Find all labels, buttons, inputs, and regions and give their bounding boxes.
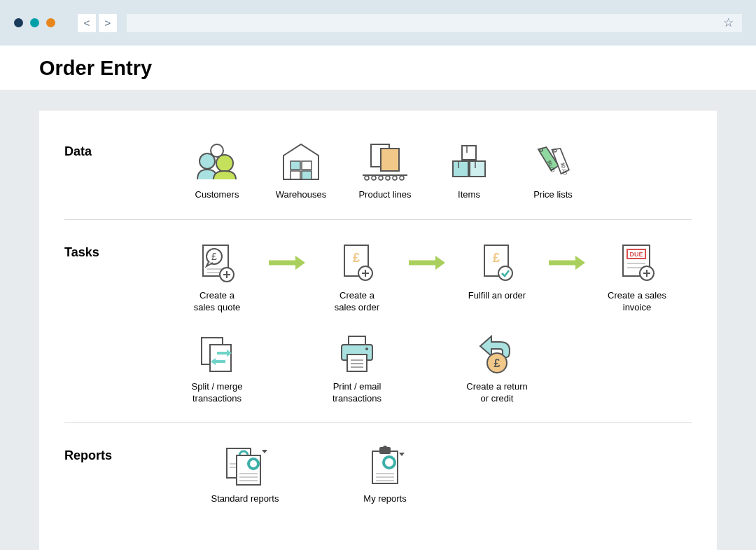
svg-rect-3 xyxy=(290,161,300,170)
split-merge-icon xyxy=(189,332,245,376)
window-dot xyxy=(46,18,55,27)
sales-order-icon: £ xyxy=(329,241,385,284)
tile-create-return-credit[interactable]: £ Create a return or credit xyxy=(455,332,539,405)
tile-customers[interactable]: Customers xyxy=(175,140,259,201)
svg-text:DUE: DUE xyxy=(629,251,643,258)
tile-label: Split / merge transactions xyxy=(192,381,243,405)
window-dot xyxy=(14,18,23,27)
svg-point-11 xyxy=(372,176,376,180)
svg-text:£: £ xyxy=(493,251,500,265)
flow-arrow-icon xyxy=(259,241,315,284)
svg-rect-54 xyxy=(210,345,231,371)
tile-label: Print / email transactions xyxy=(332,381,382,405)
bookmark-star-icon[interactable]: ☆ xyxy=(723,15,734,30)
my-reports-icon xyxy=(357,444,413,488)
section-body-data: Customers Warehouses xyxy=(175,140,692,201)
customers-icon xyxy=(189,140,245,184)
svg-rect-18 xyxy=(470,161,485,177)
window-dot xyxy=(30,18,39,27)
sales-invoice-icon: DUE xyxy=(609,241,665,284)
svg-text:£: £ xyxy=(211,251,217,262)
section-tasks: Tasks £ xyxy=(64,219,692,423)
svg-rect-57 xyxy=(349,336,365,345)
tile-label: Create a sales invoice xyxy=(608,290,666,314)
tasks-row-2: Split / merge transactions xyxy=(175,332,692,405)
tile-print-email-transactions[interactable]: Print / email transactions xyxy=(315,332,399,405)
flow-arrow-icon xyxy=(399,241,455,284)
price-lists-icon: $0.00 $0.00 xyxy=(525,140,581,184)
svg-point-1 xyxy=(200,153,215,169)
section-body-reports: Standard reports xyxy=(175,444,692,505)
browser-bar: < > ☆ xyxy=(0,0,756,46)
svg-rect-5 xyxy=(290,171,300,179)
tile-label: Standard reports xyxy=(211,493,279,505)
main-panel: Data Customers xyxy=(39,111,717,550)
flow-arrow-icon xyxy=(539,241,595,284)
svg-text:£: £ xyxy=(353,251,360,265)
svg-point-43 xyxy=(498,266,512,280)
tile-fulfill-order[interactable]: £ Fulfill an order xyxy=(455,241,539,302)
svg-point-15 xyxy=(400,176,404,180)
page-header: Order Entry xyxy=(0,46,756,90)
page-title: Order Entry xyxy=(39,57,717,80)
tile-label: Fulfill an order xyxy=(468,290,526,302)
tile-label: Warehouses xyxy=(276,189,327,201)
items-icon xyxy=(441,140,497,184)
tile-label: Customers xyxy=(195,189,239,201)
tile-create-sales-quote[interactable]: £ Create a sales quote xyxy=(175,241,259,314)
fulfill-order-icon: £ xyxy=(469,241,525,284)
tile-label: Create a return or credit xyxy=(466,381,527,405)
tile-label: Create a sales quote xyxy=(194,290,241,314)
tile-price-lists[interactable]: $0.00 $0.00 Price lists xyxy=(511,140,595,201)
tile-my-reports[interactable]: My reports xyxy=(315,444,455,505)
tasks-row-1: £ Create a sales quote xyxy=(175,241,692,314)
tile-label: Product lines xyxy=(358,189,411,201)
svg-point-13 xyxy=(386,176,390,180)
section-body-tasks: £ Create a sales quote xyxy=(175,241,692,405)
svg-rect-4 xyxy=(302,161,312,170)
svg-rect-8 xyxy=(381,149,399,171)
svg-point-77 xyxy=(383,446,387,450)
tile-label: Items xyxy=(458,189,480,201)
tile-label: Price lists xyxy=(533,189,573,201)
product-lines-icon xyxy=(357,140,413,184)
content-wrapper: Data Customers xyxy=(0,90,756,550)
tile-split-merge-transactions[interactable]: Split / merge transactions xyxy=(175,332,259,405)
svg-rect-17 xyxy=(453,161,468,177)
tile-standard-reports[interactable]: Standard reports xyxy=(175,444,315,505)
warehouses-icon xyxy=(273,140,329,184)
window-controls xyxy=(14,18,55,27)
section-label-reports: Reports xyxy=(64,444,175,463)
svg-point-14 xyxy=(393,176,397,180)
svg-point-10 xyxy=(365,176,369,180)
section-data: Data Customers xyxy=(64,133,692,219)
tile-warehouses[interactable]: Warehouses xyxy=(259,140,343,201)
tile-label: Create a sales order xyxy=(335,290,379,314)
svg-rect-6 xyxy=(302,171,312,179)
svg-rect-16 xyxy=(462,146,476,160)
tile-product-lines[interactable]: Product lines xyxy=(343,140,427,201)
section-label-tasks: Tasks xyxy=(64,241,175,260)
svg-point-59 xyxy=(365,348,368,350)
return-credit-icon: £ xyxy=(469,332,525,376)
url-bar[interactable]: ☆ xyxy=(127,14,742,32)
svg-point-2 xyxy=(216,155,233,172)
reports-row: Standard reports xyxy=(175,444,692,505)
sales-quote-icon: £ xyxy=(189,241,245,284)
print-email-icon xyxy=(329,332,385,376)
svg-point-12 xyxy=(379,176,383,180)
standard-reports-icon xyxy=(217,444,273,488)
section-reports: Reports xyxy=(64,422,692,523)
browser-nav-buttons: < > xyxy=(78,14,117,32)
tile-create-sales-order[interactable]: £ Create a sales order xyxy=(315,241,399,314)
forward-button[interactable]: > xyxy=(99,14,117,32)
section-label-data: Data xyxy=(64,140,175,159)
tile-create-sales-invoice[interactable]: DUE Create a sales invoice xyxy=(595,241,679,314)
tile-label: My reports xyxy=(363,493,406,505)
svg-rect-60 xyxy=(347,355,367,371)
svg-text:£: £ xyxy=(494,357,500,369)
tile-items[interactable]: Items xyxy=(427,140,511,201)
data-row: Customers Warehouses xyxy=(175,140,692,201)
back-button[interactable]: < xyxy=(78,14,96,32)
